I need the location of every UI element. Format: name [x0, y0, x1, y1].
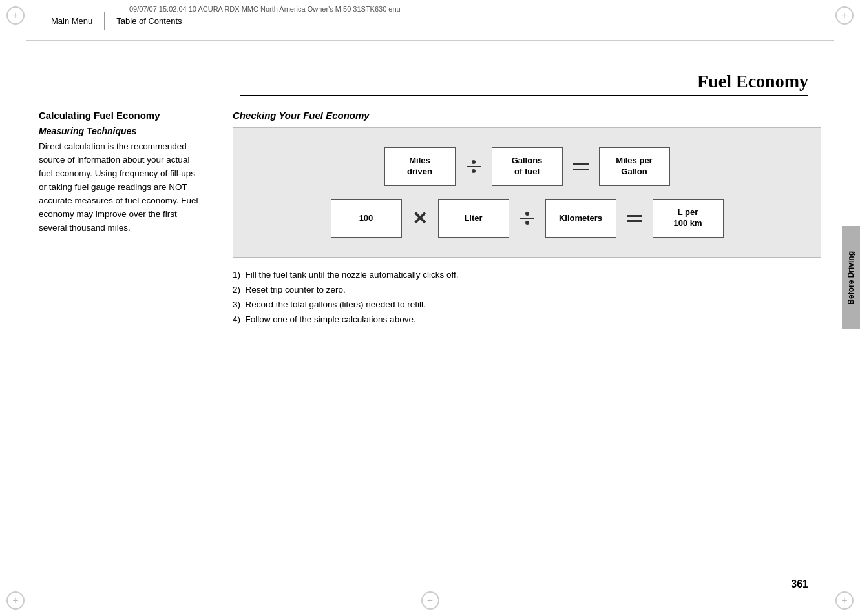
- diagram-row-1: Milesdriven Gallonsof fuel Miles pe: [246, 147, 808, 186]
- crosshair-bottom-right: [835, 591, 854, 610]
- top-divider: [26, 40, 834, 41]
- equals-op-2: [623, 215, 646, 222]
- divide-op-1: [462, 160, 485, 174]
- hundred-box: 100: [331, 199, 402, 238]
- step-3: 3) Record the total gallons (liters) nee…: [233, 298, 821, 313]
- kilometers-box: Kilometers: [545, 199, 616, 238]
- crosshair-top-left: [6, 6, 25, 25]
- measuring-subtitle: Measuring Techniques: [39, 126, 200, 136]
- diagram-row-2: 100 ✕ Liter Kilometers: [246, 199, 808, 238]
- fuel-economy-diagram: Milesdriven Gallonsof fuel Miles pe: [233, 127, 821, 258]
- liter-box: Liter: [438, 199, 509, 238]
- crosshair-top-right: [835, 6, 854, 25]
- side-tab: Before Driving: [842, 226, 860, 329]
- page-title: Fuel Economy: [240, 71, 808, 96]
- steps-list: 1) Fill the fuel tank until the nozzle a…: [233, 268, 821, 327]
- crosshair-bottom-left: [6, 591, 25, 610]
- left-body-text: Direct calculation is the recommended so…: [39, 140, 200, 234]
- crosshair-bottom-center: [421, 591, 439, 610]
- step-4: 4) Follow one of the simple calculations…: [233, 313, 821, 327]
- page-number: 361: [791, 579, 808, 590]
- step-1: 1) Fill the fuel tank until the nozzle a…: [233, 268, 821, 283]
- l-per-100km-box: L per100 km: [653, 199, 724, 238]
- side-tab-label: Before Driving: [846, 251, 855, 305]
- miles-driven-box: Milesdriven: [384, 147, 456, 186]
- step-2: 2) Reset trip counter to zero.: [233, 283, 821, 298]
- main-content: Calculating Fuel Economy Measuring Techn…: [39, 110, 821, 327]
- left-column: Calculating Fuel Economy Measuring Techn…: [39, 110, 213, 327]
- equals-op-1: [569, 163, 593, 170]
- checking-title: Checking Your Fuel Economy: [233, 110, 821, 121]
- multiply-op: ✕: [408, 208, 432, 229]
- header-meta: 09/07/07 15:02:04 10 ACURA RDX MMC North…: [129, 5, 401, 13]
- right-column: Checking Your Fuel Economy Milesdriven G…: [233, 110, 821, 327]
- table-of-contents-button[interactable]: Table of Contents: [104, 12, 194, 30]
- main-menu-button[interactable]: Main Menu: [39, 12, 104, 30]
- divide-op-2: [516, 212, 539, 225]
- miles-per-gallon-box: Miles perGallon: [599, 147, 670, 186]
- gallons-of-fuel-box: Gallonsof fuel: [492, 147, 563, 186]
- calculating-title: Calculating Fuel Economy: [39, 110, 200, 121]
